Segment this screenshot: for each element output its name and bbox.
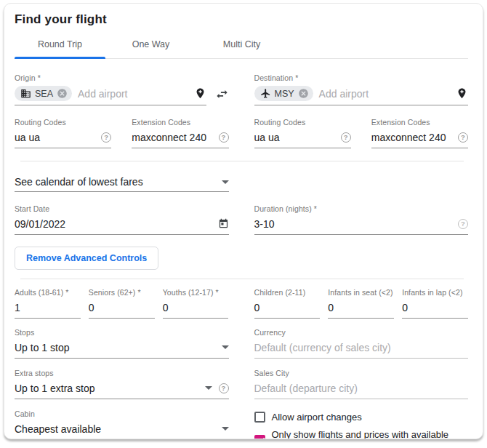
extension-codes-outbound-label: Extension Codes bbox=[132, 118, 228, 127]
cabin-select[interactable]: Cabin Cheapest available bbox=[15, 409, 229, 439]
extension-codes-outbound-value[interactable]: maxconnect 240 bbox=[132, 132, 206, 143]
available-seats-checkbox[interactable]: Only show flights and prices with availa… bbox=[254, 429, 469, 439]
youths-value[interactable]: 0 bbox=[163, 302, 169, 313]
start-date-label: Start Date bbox=[15, 204, 229, 213]
sales-city-field[interactable]: Sales City Default (departure city) bbox=[254, 369, 469, 399]
extension-outbound-help-icon[interactable] bbox=[219, 132, 229, 143]
destination-chip[interactable]: MSY bbox=[254, 86, 313, 101]
chevron-down-icon bbox=[222, 180, 229, 184]
allow-airport-changes-checkbox[interactable]: Allow airport changes bbox=[254, 412, 469, 423]
extra-stops-select[interactable]: Extra stops Up to 1 extra stop bbox=[15, 369, 229, 399]
tab-round-trip[interactable]: Round Trip bbox=[15, 33, 105, 58]
youths-label: Youths (12-17) * bbox=[163, 288, 229, 297]
checkbox-checked-icon bbox=[254, 435, 265, 440]
extension-codes-outbound-field[interactable]: Extension Codes maxconnect 240 bbox=[132, 118, 228, 148]
infants-lap-value[interactable]: 0 bbox=[402, 302, 408, 313]
adults-value[interactable]: 1 bbox=[15, 302, 20, 313]
routing-codes-return-value[interactable]: ua ua bbox=[254, 132, 280, 143]
destination-input[interactable]: Add airport bbox=[319, 88, 369, 100]
origin-chip-label: SEA bbox=[35, 89, 53, 99]
stops-label: Stops bbox=[15, 328, 229, 337]
extra-stops-help-icon[interactable] bbox=[219, 383, 229, 393]
tab-multi-city[interactable]: Multi City bbox=[196, 33, 287, 58]
calendar-select-value: See calendar of lowest fares bbox=[15, 176, 143, 188]
routing-codes-outbound-field[interactable]: Routing Codes ua ua bbox=[15, 118, 111, 148]
destination-field[interactable]: Destination * MSY Add airport bbox=[254, 73, 469, 105]
checkbox-icon bbox=[254, 412, 265, 423]
children-label: Children (2-11) bbox=[254, 288, 321, 297]
origin-location-pin-icon[interactable] bbox=[194, 87, 206, 100]
calendar-select[interactable]: See calendar of lowest fares bbox=[15, 172, 229, 192]
remove-destination-icon[interactable] bbox=[298, 88, 309, 99]
routing-codes-outbound-value[interactable]: ua ua bbox=[15, 132, 40, 143]
start-date-field[interactable]: Start Date 09/01/2022 bbox=[15, 204, 229, 235]
currency-field[interactable]: Currency Default (currency of sales city… bbox=[254, 328, 469, 359]
duration-help-icon[interactable] bbox=[458, 219, 468, 229]
extra-stops-value: Up to 1 extra stop bbox=[15, 383, 95, 394]
swap-airports-icon[interactable] bbox=[215, 87, 229, 101]
extension-codes-return-field[interactable]: Extension Codes maxconnect 240 bbox=[371, 118, 468, 148]
destination-location-pin-icon[interactable] bbox=[456, 87, 468, 100]
seniors-label: Seniors (62+) * bbox=[89, 288, 155, 297]
extension-codes-return-value[interactable]: maxconnect 240 bbox=[371, 132, 446, 143]
airplane-icon bbox=[260, 88, 271, 99]
duration-label: Duration (nights) * bbox=[254, 204, 469, 213]
destination-chip-label: MSY bbox=[275, 89, 294, 99]
currency-input[interactable]: Default (currency of sales city) bbox=[254, 342, 391, 353]
infants-seat-field[interactable]: Infants in seat (<2) 0 bbox=[328, 288, 394, 319]
cabin-label: Cabin bbox=[15, 409, 229, 418]
sales-city-input[interactable]: Default (departure city) bbox=[254, 383, 358, 394]
sales-city-label: Sales City bbox=[254, 369, 469, 377]
stops-value: Up to 1 stop bbox=[15, 342, 70, 353]
chevron-down-icon bbox=[222, 427, 229, 431]
building-icon bbox=[20, 88, 31, 99]
routing-outbound-help-icon[interactable] bbox=[101, 132, 111, 143]
youths-field[interactable]: Youths (12-17) * 0 bbox=[163, 288, 229, 319]
infants-seat-label: Infants in seat (<2) bbox=[328, 288, 394, 297]
remove-origin-icon[interactable] bbox=[57, 88, 68, 99]
extension-return-help-icon[interactable] bbox=[458, 132, 468, 143]
cabin-value: Cheapest available bbox=[15, 423, 101, 435]
adults-field[interactable]: Adults (18-61) * 1 bbox=[15, 288, 81, 319]
section-divider bbox=[20, 279, 464, 279]
currency-label: Currency bbox=[254, 328, 469, 337]
chevron-down-icon bbox=[222, 345, 229, 349]
children-value[interactable]: 0 bbox=[254, 302, 260, 313]
seniors-field[interactable]: Seniors (62+) * 0 bbox=[89, 288, 155, 319]
tab-one-way[interactable]: One Way bbox=[105, 33, 196, 58]
calendar-icon[interactable] bbox=[218, 218, 229, 229]
duration-field[interactable]: Duration (nights) * 3-10 bbox=[254, 204, 469, 235]
infants-lap-label: Infants in lap (<2) bbox=[402, 288, 468, 297]
page-title: Find your flight bbox=[15, 12, 468, 27]
origin-input[interactable]: Add airport bbox=[78, 88, 127, 100]
available-seats-label: Only show flights and prices with availa… bbox=[272, 429, 469, 439]
section-divider bbox=[20, 161, 464, 161]
extension-codes-return-label: Extension Codes bbox=[371, 118, 468, 127]
seniors-value[interactable]: 0 bbox=[89, 302, 94, 313]
duration-value[interactable]: 3-10 bbox=[254, 218, 275, 230]
origin-field[interactable]: Origin * SEA Add airport bbox=[15, 73, 206, 105]
allow-airport-changes-label: Allow airport changes bbox=[272, 412, 362, 423]
flight-search-card: Find your flight Round Trip One Way Mult… bbox=[4, 3, 483, 439]
origin-chip[interactable]: SEA bbox=[15, 86, 72, 101]
extra-stops-label: Extra stops bbox=[15, 369, 229, 377]
destination-label: Destination * bbox=[254, 73, 469, 82]
stops-select[interactable]: Stops Up to 1 stop bbox=[15, 328, 229, 359]
infants-lap-field[interactable]: Infants in lap (<2) 0 bbox=[402, 288, 468, 319]
origin-label: Origin * bbox=[15, 73, 206, 82]
routing-return-help-icon[interactable] bbox=[341, 132, 351, 143]
adults-label: Adults (18-61) * bbox=[15, 288, 81, 297]
trip-type-tabs: Round Trip One Way Multi City bbox=[15, 33, 468, 59]
routing-codes-return-field[interactable]: Routing Codes ua ua bbox=[254, 118, 351, 148]
infants-seat-value[interactable]: 0 bbox=[328, 302, 334, 313]
chevron-down-icon bbox=[205, 386, 212, 390]
routing-codes-outbound-label: Routing Codes bbox=[15, 118, 111, 127]
routing-codes-return-label: Routing Codes bbox=[254, 118, 351, 127]
remove-advanced-controls-button[interactable]: Remove Advanced Controls bbox=[15, 247, 158, 270]
start-date-value[interactable]: 09/01/2022 bbox=[15, 218, 65, 230]
children-field[interactable]: Children (2-11) 0 bbox=[254, 288, 321, 319]
